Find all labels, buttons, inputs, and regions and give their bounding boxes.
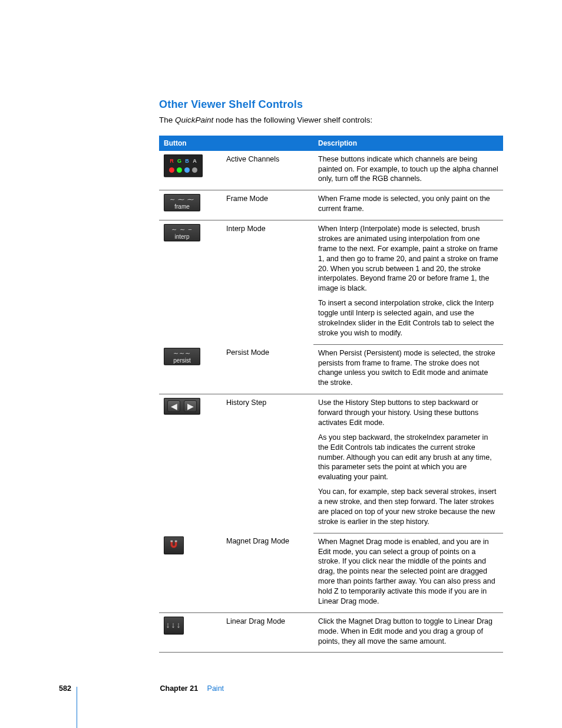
button-description: Use the History Step buttons to step bac… xyxy=(313,394,503,429)
active-channels-icon: RGBA xyxy=(164,154,203,177)
svg-rect-0 xyxy=(171,541,173,542)
col-header-description: Description xyxy=(313,136,503,151)
button-description: To insert a second interpolation stroke,… xyxy=(313,295,503,344)
button-description: When Interp (Interpolate) mode is select… xyxy=(313,220,503,295)
table-row: persist Persist Mode When Persist (Persi… xyxy=(159,344,503,394)
intro-text-prefix: The xyxy=(159,116,175,124)
button-description: Click the Magnet Drag button to toggle t… xyxy=(313,612,503,653)
button-name: Interp Mode xyxy=(222,220,313,345)
table-row: ↓↓↓ Linear Drag Mode Click the Magnet Dr… xyxy=(159,612,503,653)
table-row: ◀ ▶ History Step Use the History Step bu… xyxy=(159,394,503,429)
section-heading: Other Viewer Shelf Controls xyxy=(159,97,503,111)
button-description: When Frame mode is selected, you only pa… xyxy=(313,190,503,220)
history-back-icon: ◀ xyxy=(167,400,180,412)
history-step-icon: ◀ ▶ xyxy=(164,398,200,414)
left-margin-rule xyxy=(77,687,77,728)
table-row: RGBA Active Channels These buttons indic… xyxy=(159,151,503,190)
button-description: These buttons indicate which channels ar… xyxy=(313,151,503,190)
interp-mode-icon: interp xyxy=(164,224,200,241)
button-name: Linear Drag Mode xyxy=(222,612,313,653)
chapter-label: Chapter 21 xyxy=(160,684,198,693)
table-row: frame Frame Mode When Frame mode is sele… xyxy=(159,190,503,220)
history-forward-icon: ▶ xyxy=(184,400,197,412)
icon-caption: interp xyxy=(174,233,189,240)
icon-caption: frame xyxy=(174,203,190,210)
button-name: Magnet Drag Mode xyxy=(222,533,313,612)
controls-table: Button Description RGBA Active Channels … xyxy=(159,136,503,653)
linear-drag-icon: ↓↓↓ xyxy=(164,617,184,634)
frame-mode-icon: frame xyxy=(164,194,200,211)
magnet-drag-icon xyxy=(164,536,184,554)
svg-rect-1 xyxy=(175,541,177,542)
page: Other Viewer Shelf Controls The QuickPai… xyxy=(0,0,562,728)
button-description: When Magnet Drag mode is enabled, and yo… xyxy=(313,533,503,612)
col-header-button: Button xyxy=(159,136,313,151)
icon-caption: persist xyxy=(173,357,190,364)
button-description: As you step backward, the strokeIndex pa… xyxy=(313,429,503,483)
table-row: interp Interp Mode When Interp (Interpol… xyxy=(159,220,503,295)
page-footer: 582 Chapter 21 Paint xyxy=(59,684,503,694)
intro-text-suffix: node has the following Viewer shelf cont… xyxy=(213,116,372,124)
button-name: History Step xyxy=(222,394,313,533)
intro-em: QuickPaint xyxy=(175,116,213,124)
persist-mode-icon: persist xyxy=(164,348,200,365)
button-description: You can, for example, step back several … xyxy=(313,483,503,533)
intro-paragraph: The QuickPaint node has the following Vi… xyxy=(159,115,503,126)
button-name: Frame Mode xyxy=(222,190,313,220)
chapter-title: Paint xyxy=(207,684,224,693)
button-name: Persist Mode xyxy=(222,344,313,394)
button-name: Active Channels xyxy=(222,151,313,190)
button-description: When Persist (Persistent) mode is select… xyxy=(313,344,503,394)
table-row: Magnet Drag Mode When Magnet Drag mode i… xyxy=(159,533,503,612)
